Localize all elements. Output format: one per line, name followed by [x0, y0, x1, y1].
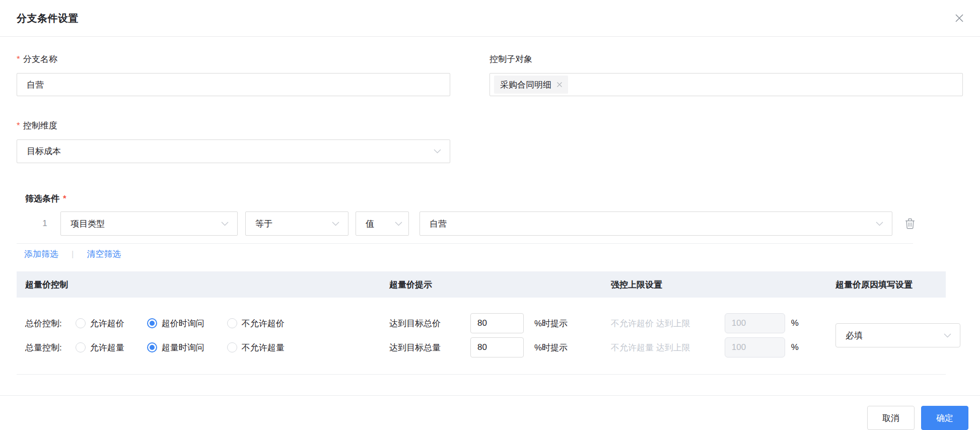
filter-value-text: 自营: [430, 218, 447, 230]
links-separator: |: [72, 249, 74, 259]
radio-icon: [76, 342, 86, 352]
dialog-footer: 取消 确定: [0, 395, 980, 430]
chevron-down-icon: [876, 222, 883, 226]
radio-option-allow-over-quantity[interactable]: 允许超量: [76, 342, 124, 353]
sub-object-tag: 采购合同明细: [494, 76, 568, 94]
quantity-limit-cell: 不允许超量 达到上限 %: [596, 335, 820, 360]
control-sub-object-field-group: 控制子对象 采购合同明细: [489, 53, 963, 96]
radio-option-label: 不允许超量: [242, 342, 285, 353]
quantity-threshold-suffix: %时提示: [534, 342, 568, 353]
dialog-title: 分支条件设置: [17, 12, 79, 25]
filter-links: 添加筛选 | 清空筛选: [24, 248, 963, 260]
radio-option-label: 允许超量: [90, 342, 124, 353]
price-limit-cell: 不允许超价 达到上限 %: [596, 311, 820, 335]
control-sub-object-label: 控制子对象: [489, 53, 963, 65]
filter-operator-value: 等于: [255, 218, 272, 230]
radio-option-label: 超价时询问: [162, 318, 204, 329]
control-dimension-label-text: 控制维度: [23, 121, 57, 130]
header-overage-prompt: 超量价提示: [374, 279, 596, 291]
form-row-top: *分支名称 控制子对象 采购合同明细: [17, 53, 963, 96]
reason-required-select[interactable]: 必填: [835, 323, 960, 347]
add-filter-link[interactable]: 添加筛选: [24, 248, 58, 260]
radio-icon: [76, 318, 86, 328]
radio-option-forbid-over-quantity[interactable]: 不允许超量: [227, 342, 285, 353]
radio-option-forbid-over-price[interactable]: 不允许超价: [227, 318, 285, 329]
price-prompt-cell: 达到目标总价 %时提示: [374, 311, 596, 335]
quantity-limit-input: [725, 337, 785, 357]
branch-name-label-text: 分支名称: [23, 54, 57, 64]
control-dimension-field-group: *控制维度 目标成本: [17, 120, 450, 163]
quantity-limit-label: 不允许超量 达到上限: [611, 342, 690, 353]
price-control-label: 总价控制:: [25, 318, 62, 329]
radio-option-label: 不允许超价: [242, 318, 285, 329]
table-bottom-divider: [17, 374, 946, 375]
radio-icon: [147, 342, 157, 352]
price-limit-label: 不允许超价 达到上限: [611, 318, 690, 329]
filter-value-select[interactable]: 自营: [419, 211, 892, 236]
required-marker: *: [17, 121, 20, 130]
radio-option-label: 超量时询问: [162, 342, 204, 353]
radio-icon: [227, 342, 237, 352]
price-threshold-input[interactable]: [470, 313, 524, 333]
close-icon: [953, 12, 965, 24]
filter-divider: [17, 243, 913, 244]
radio-icon: [227, 318, 237, 328]
price-control-cell: 总价控制: 允许超价 超价时询问 不允许超价: [17, 311, 374, 335]
filter-condition-row: 1 项目类型 等于 值 自营: [17, 211, 963, 236]
control-dimension-value: 目标成本: [27, 146, 61, 157]
header-hard-limit: 强控上限设置: [596, 279, 820, 291]
dialog-header: 分支条件设置: [0, 0, 980, 37]
chevron-down-icon: [332, 222, 339, 226]
chevron-down-icon: [221, 222, 229, 226]
table-body: 总价控制: 允许超价 超价时询问 不允许超价 达到目标总价: [17, 298, 946, 374]
filter-operator-select[interactable]: 等于: [245, 211, 348, 236]
branch-name-input[interactable]: [17, 73, 450, 96]
filter-value-type-select[interactable]: 值: [356, 211, 409, 236]
trash-icon: [905, 218, 915, 229]
radio-option-ask-over-quantity[interactable]: 超量时询问: [147, 342, 204, 353]
branch-name-field-group: *分支名称: [17, 53, 450, 96]
tag-close-icon: [556, 81, 563, 88]
required-marker: *: [17, 54, 20, 64]
chevron-down-icon: [395, 222, 402, 226]
quantity-control-cell: 总量控制: 允许超量 超量时询问 不允许超量: [17, 335, 374, 360]
price-reach-label: 达到目标总价: [389, 318, 441, 329]
quantity-threshold-input[interactable]: [470, 337, 524, 357]
clear-filter-link[interactable]: 清空筛选: [87, 248, 121, 260]
filter-field-value: 项目类型: [71, 218, 105, 230]
filter-heading-text: 筛选条件: [25, 194, 59, 203]
radio-option-ask-over-price[interactable]: 超价时询问: [147, 318, 204, 329]
radio-option-allow-over-price[interactable]: 允许超价: [76, 318, 124, 329]
dialog-body: *分支名称 控制子对象 采购合同明细: [0, 37, 980, 385]
chevron-down-icon: [944, 333, 951, 338]
sub-object-tag-label: 采购合同明细: [500, 79, 551, 91]
overage-control-table: 超量价控制 超量价提示 强控上限设置 超量价原因填写设置 总价控制: 允许超价 …: [17, 271, 946, 375]
control-sub-object-input[interactable]: 采购合同明细: [489, 73, 963, 96]
radio-option-label: 允许超价: [90, 318, 124, 329]
filter-value-type-value: 值: [366, 218, 374, 230]
delete-filter-row-button[interactable]: [905, 218, 915, 229]
required-marker: *: [63, 194, 66, 203]
header-reason-setting: 超量价原因填写设置: [820, 279, 946, 291]
price-threshold-suffix: %时提示: [534, 318, 568, 329]
price-limit-suffix: %: [791, 318, 799, 328]
header-overage-control: 超量价控制: [17, 279, 374, 291]
tag-remove-button[interactable]: [556, 81, 563, 88]
quantity-reach-label: 达到目标总量: [389, 342, 441, 353]
filter-conditions-heading: 筛选条件*: [25, 193, 963, 204]
filter-row-index: 1: [37, 219, 53, 229]
control-dimension-select[interactable]: 目标成本: [17, 139, 450, 163]
cancel-button[interactable]: 取消: [867, 406, 915, 430]
quantity-prompt-cell: 达到目标总量 %时提示: [374, 335, 596, 360]
table-header-row: 超量价控制 超量价提示 强控上限设置 超量价原因填写设置: [17, 271, 946, 298]
reason-required-value: 必填: [846, 330, 863, 341]
close-button[interactable]: [952, 11, 967, 26]
reason-setting-cell: 必填: [820, 311, 960, 360]
control-dimension-label: *控制维度: [17, 120, 450, 132]
branch-condition-dialog: 分支条件设置 *分支名称 控制子对象 采购合同明细: [0, 0, 980, 430]
price-limit-input: [725, 313, 785, 333]
quantity-control-label: 总量控制:: [25, 342, 62, 353]
confirm-button[interactable]: 确定: [921, 406, 968, 430]
branch-name-label: *分支名称: [17, 53, 450, 65]
filter-field-select[interactable]: 项目类型: [60, 211, 238, 236]
